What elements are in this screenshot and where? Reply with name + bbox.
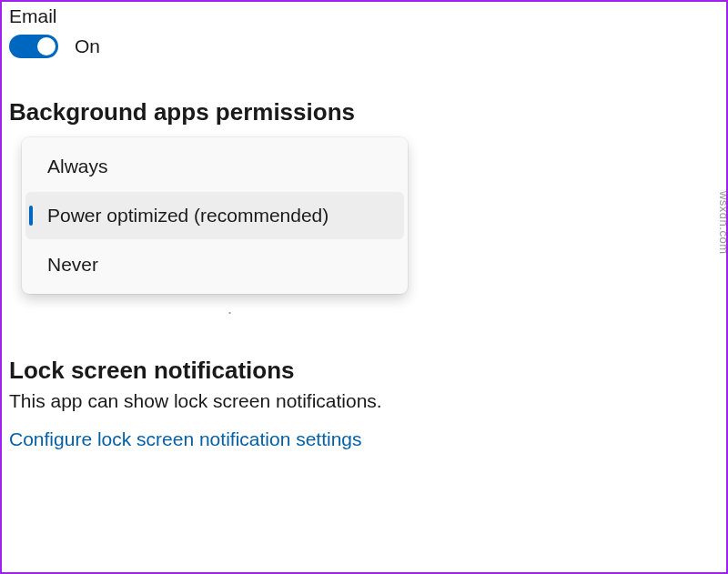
option-power-optimized-label: Power optimized (recommended) <box>47 205 329 226</box>
option-power-optimized[interactable]: Power optimized (recommended) <box>25 192 404 239</box>
option-always[interactable]: Always <box>25 143 404 190</box>
background-apps-heading: Background apps permissions <box>9 98 719 126</box>
email-toggle-row: On <box>9 35 719 58</box>
lock-screen-heading: Lock screen notifications <box>9 357 719 385</box>
selected-indicator <box>29 206 33 226</box>
background-permission-dropdown[interactable]: Always Power optimized (recommended) Nev… <box>22 137 408 294</box>
email-label: Email <box>9 5 719 27</box>
obscured-text-fragment: . <box>228 299 719 318</box>
email-toggle[interactable] <box>9 35 58 58</box>
option-never-label: Never <box>47 254 98 275</box>
lock-screen-description: This app can show lock screen notificati… <box>9 390 719 412</box>
email-toggle-state: On <box>75 35 100 57</box>
watermark: wsxdn.com <box>718 191 729 255</box>
configure-lock-screen-link[interactable]: Configure lock screen notification setti… <box>9 428 719 450</box>
toggle-knob <box>37 37 56 55</box>
option-never[interactable]: Never <box>25 241 404 288</box>
option-always-label: Always <box>47 156 108 176</box>
